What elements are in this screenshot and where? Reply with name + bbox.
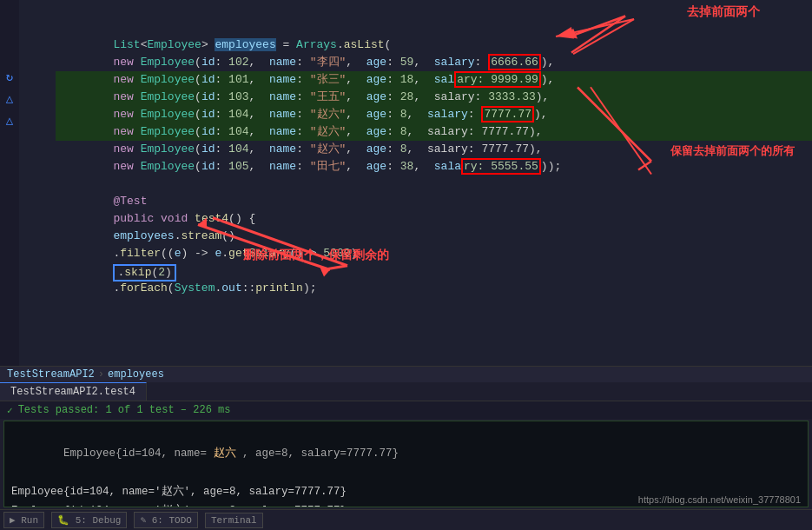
test-status-text: Tests passed: 1 of 1 test – 226 ms [18, 404, 231, 416]
todo-button[interactable]: ✎ 6: TODO [134, 512, 197, 528]
breadcrumb-file: TestStreamAPI2 [7, 368, 95, 381]
bottom-toolbar: ▶ Run 🐛 5: Debug ✎ 6: TODO Terminal [0, 509, 812, 530]
credit-url: https://blog.csdn.net/weixin_37778801 [638, 494, 801, 505]
code-content: List<Employee> employees = Arrays.asList… [56, 0, 812, 366]
sidebar-icon-3: △ [6, 113, 13, 128]
run-button[interactable]: ▶ Run [3, 512, 44, 528]
code-area: ↻ △ △ [0, 0, 812, 366]
output-line-0: Employee{id=104, name= 赵六 , age=8, salar… [11, 425, 801, 482]
line-numbers [19, 0, 56, 366]
code-line-stream: employees.stream() [56, 193, 812, 210]
tab-bar: TestStreamAPI2.test4 [0, 382, 812, 401]
breadcrumb-method: employees [108, 368, 164, 381]
annotation-middle-left: 删除前面两个，保留剩余的 [243, 248, 389, 263]
annotation-middle-right: 保留去掉前面两个的所有 [670, 143, 795, 159]
debug-button[interactable]: 🐛 5: Debug [51, 512, 127, 528]
test-status: ✓ Tests passed: 1 of 1 test – 226 ms [0, 401, 812, 419]
breadcrumb-sep: › [98, 368, 104, 381]
code-line-method: public void test4() { [56, 176, 812, 193]
breadcrumb: TestStreamAPI2 › employees [0, 367, 812, 382]
output-area: Employee{id=104, name= 赵六 , age=8, salar… [3, 421, 809, 507]
terminal-button[interactable]: Terminal [205, 513, 263, 528]
sidebar-icon-2: △ [6, 91, 13, 106]
tab-test4[interactable]: TestStreamAPI2.test4 [0, 382, 147, 401]
annotation-top-right: 去掉前面两个 [687, 4, 760, 20]
code-line-2: new Employee(id: 102, name: "李四", age: 5… [56, 19, 812, 36]
sidebar-icon-1: ↻ [6, 70, 13, 84]
main-container: ↻ △ △ [0, 0, 812, 530]
bottom-panel: TestStreamAPI2 › employees TestStreamAPI… [0, 366, 812, 530]
status-check-icon: ✓ [7, 405, 13, 416]
left-sidebar: ↻ △ △ [0, 0, 19, 366]
